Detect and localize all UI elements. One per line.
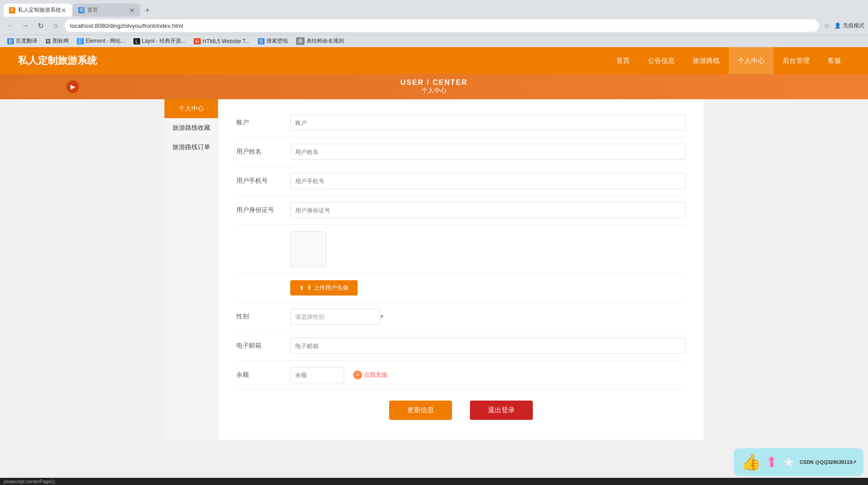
email-row: 电子邮箱 — [236, 331, 686, 361]
site-nav: 首页 公告信息 旅游路线 个人中心 后台管理 客服 — [607, 47, 850, 74]
gender-row: 性别 请选择性别 男 女 保密 ▼ — [236, 302, 686, 331]
nav-item-routes[interactable]: 旅游路线 — [684, 47, 729, 74]
sidebar: 个人中心 旅游路线收藏 旅游路线订单 — [164, 99, 218, 440]
upload-avatar-label: ⬆ 上传用户头像 — [307, 284, 349, 292]
sidebar-item-personal-center[interactable]: 个人中心 — [164, 99, 218, 119]
tab-favicon-1: 私 — [9, 7, 15, 13]
phone-row: 用户手机号 — [236, 167, 686, 196]
forward-button[interactable]: → — [19, 19, 31, 32]
bookmark-label-element: Element - 网站... — [86, 37, 126, 45]
sidebar-item-favorites[interactable]: 旅游路线收藏 — [164, 119, 218, 138]
tab-title-1: 私人定制旅游系统 — [18, 6, 61, 14]
username-row: 用户姓名 — [236, 137, 686, 167]
account-row: 账户 — [236, 108, 686, 137]
balance-row: 余额 ¥ 点我充值 — [236, 361, 686, 390]
sidebar-item-orders[interactable]: 旅游路线订单 — [164, 138, 218, 157]
phone-input[interactable] — [290, 173, 686, 189]
action-row: 更新信息 退出登录 — [236, 390, 686, 431]
upload-row: ⬆ ⬆ 上传用户头像 — [236, 274, 686, 302]
recharge-icon: ¥ — [353, 370, 362, 379]
logout-button[interactable]: 退出登录 — [470, 401, 533, 420]
banner-title-zh: 个人中心 — [421, 87, 447, 95]
browser-tab-inactive[interactable]: 首 首页 ✕ — [73, 4, 140, 17]
refresh-button[interactable]: ↻ — [34, 19, 47, 32]
site-header: 私人定制旅游系统 首页 公告信息 旅游路线 个人中心 后台管理 客服 — [0, 47, 868, 74]
email-input[interactable] — [290, 338, 686, 354]
banner-arrow-button[interactable]: ▶ — [66, 80, 79, 93]
back-button[interactable]: ← — [4, 19, 16, 32]
bookmark-icon-baidu: B — [7, 38, 14, 44]
avatar-preview-row — [236, 225, 686, 274]
phone-label: 用户手机号 — [236, 177, 290, 185]
gender-label: 性别 — [236, 313, 290, 321]
bookmark-label-imgsite: 图标网 — [53, 37, 69, 45]
bookmark-icon-html5: H — [194, 38, 201, 44]
bookmark-icon-imgsite: 🖼 — [45, 38, 51, 44]
bookmark-icon-layui: L — [133, 38, 140, 44]
browser-toolbar: ← → ↻ ⌂ ☆ 👤 无痕模式 — [0, 17, 868, 35]
bookmark-label-layui: Layui - 经典开源... — [142, 37, 186, 45]
browser-profile: 👤 无痕模式 — [834, 22, 864, 30]
email-label: 电子邮箱 — [236, 342, 290, 350]
recharge-link[interactable]: ¥ 点我充值 — [353, 370, 387, 379]
browser-chrome: 私 私人定制旅游系统 ✕ 首 首页 ✕ + ← → ↻ ⌂ ☆ 👤 无痕模式 B… — [0, 0, 868, 47]
bookmark-label-table: 表结构命名规则 — [306, 37, 344, 45]
address-bar[interactable] — [65, 19, 819, 32]
bookmark-icon-table: 表 — [296, 37, 305, 45]
home-button[interactable]: ⌂ — [49, 19, 62, 32]
nav-item-service[interactable]: 客服 — [819, 47, 850, 74]
tab-title-2: 首页 — [87, 6, 98, 14]
update-button[interactable]: 更新信息 — [389, 401, 452, 420]
bookmark-html5[interactable]: H HTML5 Website T... — [190, 37, 253, 45]
username-input[interactable] — [290, 144, 686, 160]
bookmark-element[interactable]: E Element - 网站... — [73, 36, 129, 46]
bookmark-icon-element: E — [77, 38, 84, 44]
account-label: 账户 — [236, 119, 290, 127]
bookmark-icon-site[interactable]: 🖼 图标网 — [42, 36, 72, 46]
gender-select-wrapper: 请选择性别 男 女 保密 ▼ — [290, 309, 686, 325]
banner-title-en: USER / CENTER — [400, 79, 468, 87]
tab-favicon-2: 首 — [78, 7, 84, 13]
tab-close-2[interactable]: ✕ — [129, 7, 135, 14]
id-label: 用户身份证号 — [236, 206, 290, 214]
gender-select[interactable]: 请选择性别 男 女 保密 — [290, 309, 380, 325]
recharge-label: 点我充值 — [364, 371, 387, 379]
page-banner: ▶ USER / CENTER 个人中心 — [0, 74, 868, 99]
nav-item-home[interactable]: 首页 — [607, 47, 639, 74]
balance-input[interactable] — [290, 367, 344, 383]
username-label: 用户姓名 — [236, 148, 290, 156]
browser-tab-active[interactable]: 私 私人定制旅游系统 ✕ — [4, 4, 72, 17]
bookmark-layui[interactable]: L Layui - 经典开源... — [130, 36, 189, 46]
nav-item-personal[interactable]: 个人中心 — [729, 47, 774, 74]
upload-avatar-button[interactable]: ⬆ ⬆ 上传用户头像 — [290, 280, 358, 295]
balance-label: 余额 — [236, 371, 290, 379]
account-input[interactable] — [290, 115, 686, 131]
bookmark-label-baidu: 百度翻译 — [16, 37, 37, 45]
tab-close-1[interactable]: ✕ — [61, 7, 66, 14]
profile-icon: 👤 — [834, 22, 841, 29]
site-logo: 私人定制旅游系统 — [18, 54, 97, 67]
upload-icon: ⬆ — [299, 285, 304, 291]
bookmarks-bar: B 百度翻译 🖼 图标网 E Element - 网站... L Layui -… — [0, 35, 868, 47]
id-row: 用户身份证号 — [236, 196, 686, 225]
bookmark-label-wallpaper: 搜索壁纸 — [266, 37, 288, 45]
nav-item-announcements[interactable]: 公告信息 — [639, 47, 684, 74]
content-area: 账户 用户姓名 用户手机号 用户身份证号 — [218, 99, 704, 440]
bookmark-label-html5: HTML5 Website T... — [203, 38, 250, 44]
browser-tabs: 私 私人定制旅游系统 ✕ 首 首页 ✕ + — [0, 0, 868, 17]
avatar-preview — [290, 231, 326, 267]
profile-label: 无痕模式 — [843, 22, 864, 30]
page-content: 私人定制旅游系统 首页 公告信息 旅游路线 个人中心 后台管理 客服 ▶ USE… — [0, 47, 868, 440]
new-tab-button[interactable]: + — [141, 4, 154, 17]
bookmark-baidu-translate[interactable]: B 百度翻译 — [4, 36, 41, 46]
bookmark-star-icon[interactable]: ☆ — [824, 22, 830, 30]
id-input[interactable] — [290, 202, 686, 218]
bookmark-table-naming[interactable]: 表 表结构命名规则 — [292, 36, 348, 46]
bookmark-icon-wallpaper: S — [258, 38, 265, 44]
bookmark-wallpaper[interactable]: S 搜索壁纸 — [254, 36, 292, 46]
nav-item-backend[interactable]: 后台管理 — [774, 47, 819, 74]
main-container: 个人中心 旅游路线收藏 旅游路线订单 账户 用户姓名 用户手机号 — [164, 99, 704, 440]
